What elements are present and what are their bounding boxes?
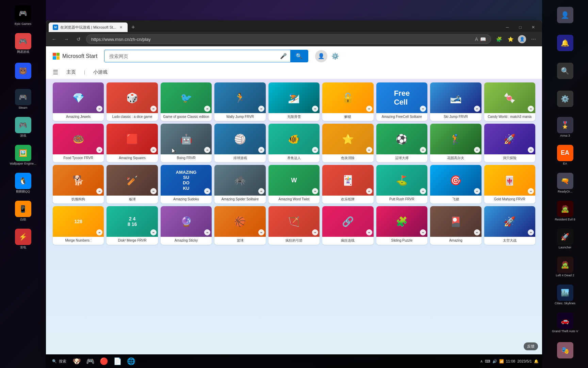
read-icon[interactable]: 📖 <box>480 36 486 42</box>
game-card-unlock[interactable]: 🔓 ∞ 解锁 <box>322 82 373 121</box>
header-right: 👤 ⚙️ <box>315 50 339 62</box>
game-card-basketball[interactable]: 🏀 ∞ 篮球 <box>214 206 265 245</box>
games-grid-row1: 💎 ∞ Amazing Jewels 🎲 ∞ Ludo classic : a … <box>53 82 535 121</box>
feedback-button[interactable]: 反馈 <box>524 342 538 350</box>
game-card-dribble[interactable]: ⚽ ∞ 运球大师 <box>376 124 427 162</box>
refresh-button[interactable]: ↺ <box>74 34 83 44</box>
unlock-badge: ∞ <box>366 106 372 112</box>
game-card-sudoku[interactable]: AMAZINGSUDOKU ∞ Amazing Sudoku <box>161 165 212 203</box>
new-tab-button[interactable]: + <box>128 22 138 32</box>
taskbar-icon-wallpaper[interactable]: 🖼️ Wallpaper Engine... <box>3 141 44 169</box>
settings-gear-icon[interactable]: ⚙️ <box>331 52 339 60</box>
taskbar-app-steam-bottom[interactable]: 🎮 <box>84 355 96 367</box>
tab-close-button[interactable]: ✕ <box>118 25 124 30</box>
taskbar-app-wps[interactable]: 📄 <box>111 355 124 367</box>
game-card-merge-numbers[interactable]: 128 ∞ Merge Numbers : <box>53 206 104 245</box>
back-button[interactable]: ← <box>49 34 59 44</box>
game-card-fish[interactable]: 🐠 ∞ 养鱼达人 <box>268 124 320 162</box>
game-card-amazing[interactable]: 🎴 ∞ Amazing <box>430 206 481 245</box>
search-input[interactable] <box>104 51 277 62</box>
game-card-gold-mahjong[interactable]: 🀄 ∞ Gold Mahjong FRVR <box>484 165 535 203</box>
game-card-skiing[interactable]: ⛷️ ∞ 无限滑雪 <box>268 82 320 121</box>
taskbar-icon-qq[interactable]: 🐧 鹅鹅鹅QQ <box>3 169 44 197</box>
favorites-button[interactable]: ⭐ <box>505 34 516 44</box>
taskbar-icon-cities[interactable]: 🏙️ Cities: Skylines <box>545 281 586 308</box>
game-card-wally-jump[interactable]: 🏃 ∞ Wally Jump FRVR <box>214 82 265 121</box>
game-card-golf[interactable]: 🏌️ ∞ 花园高尔夫 <box>430 124 481 162</box>
taskbar-icon-zizhu[interactable]: 📱 自助 <box>3 197 44 225</box>
taskbar-icon-steam[interactable]: 🎮 Steam <box>3 86 44 113</box>
taskbar-icon-baidu[interactable]: 🐻 <box>3 58 44 85</box>
taskbar-app-edge[interactable]: 🌐 <box>125 355 137 367</box>
taskbar-icon-ea[interactable]: EA EA <box>545 141 586 169</box>
game-card-connect[interactable]: 🔗 ∞ 疯狂连线 <box>322 206 373 245</box>
taskbar-icon-netease[interactable]: 🎮 网易游戏 <box>3 30 44 57</box>
game-thumb-food-tycoon: 🍩 ∞ <box>53 124 104 154</box>
microphone-icon[interactable]: 🎤 <box>277 53 290 59</box>
game-card-cave[interactable]: 🚀 ∞ 洞穴探险 <box>484 124 535 162</box>
game-card-putt-rush[interactable]: ⛳ ∞ Putt Rush FRVR <box>376 165 427 203</box>
taskbar-icon-gta[interactable]: 🚗 Grand Theft Auto V <box>545 309 586 336</box>
taskbar-icon-settings-right[interactable]: ⚙️ <box>545 86 586 113</box>
game-card-goose[interactable]: 🐦 ∞ Game of goose Classic edition <box>161 82 212 121</box>
notification-bell[interactable]: 🔔 <box>534 359 539 364</box>
games-grid-row3: 🐕 ∞ 饥饿狗狗 🏏 ∞ 板球 AMAZINGSUDOKU ∞ <box>53 165 535 203</box>
game-card-volleyball[interactable]: 🏐 ∞ 排球游戏 <box>214 124 265 162</box>
settings-button[interactable]: ⋯ <box>528 34 539 44</box>
game-card-cards[interactable]: 🃏 ∞ 欢乐纸牌 <box>322 165 373 203</box>
game-card-word-twist[interactable]: W ∞ Amazing Word Twist <box>268 165 320 203</box>
game-card-space[interactable]: 🚀 ∞ 太空大战 <box>484 206 535 245</box>
game-card-hungry-dog[interactable]: 🐕 ∞ 饥饿狗狗 <box>53 165 104 203</box>
search-box[interactable]: 🎤 🔍 <box>104 50 308 62</box>
start-button[interactable]: 🔍 搜索 <box>49 357 69 365</box>
game-card-boing[interactable]: 🤖 ∞ Boing FRVR <box>161 124 212 162</box>
taskbar-icon-arma[interactable]: 🎖️ Arma 3 <box>545 113 586 141</box>
taskbar-icon-resident[interactable]: 🧟 Resident Evil 8 <box>545 197 586 225</box>
game-card-sticky[interactable]: 🔮 ∞ Amazing Sticky <box>161 206 212 245</box>
game-card-ski-jump[interactable]: 🎿 ∞ Ski Jump FRVR <box>430 82 481 121</box>
game-card-darts[interactable]: 🎯 ∞ 飞镖 <box>430 165 481 203</box>
taskbar-app-baidu[interactable]: 🐶 <box>70 355 83 367</box>
time-display[interactable]: 11:08 <box>506 359 516 363</box>
close-button[interactable]: ✕ <box>527 22 539 32</box>
taskbar-icon-launcher[interactable]: 🚀 Launcher <box>545 225 586 252</box>
taskbar-app-netease-bottom[interactable]: 🔴 <box>98 355 110 367</box>
address-bar[interactable]: https://www.msn.cn/zh-cn/play A 📖 <box>86 34 491 44</box>
game-card-bow[interactable]: 🏹 ∞ 疯狂的弓箭 <box>268 206 320 245</box>
taskbar-icon-readyornot[interactable]: 🔫 ReadyOr... <box>545 169 586 197</box>
game-card-ludo[interactable]: 🎲 ∞ Ludo classic : a dice game <box>107 82 158 121</box>
taskbar-icon-search-right[interactable]: 🔍 <box>545 58 586 85</box>
game-card-blocks[interactable]: ⭐ ∞ 色块消除 <box>322 124 373 162</box>
maximize-button[interactable]: □ <box>514 22 526 32</box>
taskbar-icon-youxi[interactable]: 🎮 游戏 <box>3 113 44 141</box>
hamburger-menu-icon[interactable]: ☰ <box>53 68 58 76</box>
food-tycoon-label: Food Tycoon FRVR <box>53 154 104 162</box>
taskbar-icon-anime[interactable]: 🎭 <box>545 337 586 364</box>
browser-tab-active[interactable]: M 在浏览器中玩游戏 | Microsoft St... ✕ <box>49 22 128 32</box>
game-card-freecell[interactable]: FreeCell ∞ Amazing FreeCell Solitaire <box>376 82 427 121</box>
game-card-candy[interactable]: 🍬 ∞ Candy World : match3 mania <box>484 82 535 121</box>
taskbar-icon-epic[interactable]: 🎮 Epic Games <box>3 2 44 29</box>
minimize-button[interactable]: ─ <box>501 22 513 32</box>
nav-home-link[interactable]: 主页 <box>64 68 79 77</box>
user-avatar[interactable]: 👤 <box>315 50 327 62</box>
extensions-button[interactable]: 🧩 <box>494 34 504 44</box>
taskbar-icon-avatar1[interactable]: 👤 <box>545 2 586 29</box>
forward-button[interactable]: → <box>62 34 71 44</box>
food-tycoon-badge: ∞ <box>96 147 102 153</box>
game-card-spider-solitaire[interactable]: 🕷️ ∞ Amazing Spider Solitaire <box>214 165 265 203</box>
profile-button[interactable]: 👤 <box>517 34 527 44</box>
game-card-amazing-jewels[interactable]: 💎 ∞ Amazing Jewels <box>53 82 104 121</box>
game-card-cricket[interactable]: 🏏 ∞ 板球 <box>107 165 158 203</box>
game-card-amazing-squares[interactable]: 🟥 ∞ Amazing Squares <box>107 124 158 162</box>
taskbar-icon-leidian[interactable]: ⚡ 雷电 <box>3 225 44 252</box>
game-card-sliding[interactable]: 🧩 ∞ Sliding Puzzle <box>376 206 427 245</box>
translate-icon[interactable]: A <box>475 36 478 42</box>
taskbar-icon-notification[interactable]: 🔔 <box>545 30 586 57</box>
dribble-badge: ∞ <box>420 147 426 153</box>
search-button[interactable]: 🔍 <box>290 50 308 62</box>
game-card-disk2[interactable]: 2 48 16 ∞ Disk² Merge FRVR <box>107 206 158 245</box>
taskbar-icon-left4dead[interactable]: 🧟 Left 4 Dead 2 <box>545 253 586 280</box>
game-card-food-tycoon[interactable]: 🍩 ∞ Food Tycoon FRVR <box>53 124 104 162</box>
nav-games-link[interactable]: 小游戏 <box>91 68 110 77</box>
